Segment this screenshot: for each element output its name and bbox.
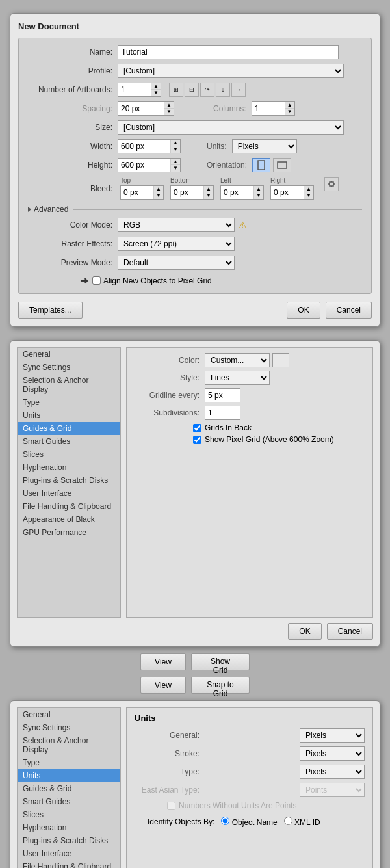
prefs-units-type[interactable]: Type [18,756,120,769]
prefs-units-selection[interactable]: Selection & Anchor Display [18,734,120,756]
preview-select[interactable]: Default [118,256,235,270]
cancel-button[interactable]: Cancel [326,302,372,319]
profile-select[interactable]: [Custom] [118,64,344,78]
artboards-input[interactable] [118,83,151,96]
templates-button[interactable]: Templates... [18,302,83,319]
layout-down-icon[interactable]: ↓ [216,83,230,97]
bleed-left-group: Left ▲ ▼ [220,177,264,200]
bleed-right-down[interactable]: ▼ [304,192,313,199]
units-general-select[interactable]: Pixels [300,728,365,743]
prefs-item-filehandling[interactable]: File Handling & Clipboard [18,500,120,513]
prefs-item-selection[interactable]: Selection & Anchor Display [18,374,120,396]
bleed-top-input[interactable] [121,186,153,199]
prefs-item-smart-guides[interactable]: Smart Guides [18,435,120,448]
advanced-toggle[interactable] [28,207,31,212]
layout-right-icon[interactable]: ↷ [200,83,214,97]
profile-label: Profile: [28,66,112,75]
prefs-item-slices[interactable]: Slices [18,448,120,461]
bleed-right-up[interactable]: ▲ [304,186,313,192]
prefs-item-type[interactable]: Type [18,396,120,409]
width-down[interactable]: ▼ [171,146,180,153]
layout-arrow-icon[interactable]: → [231,83,246,97]
bleed-bottom-input[interactable] [171,186,203,199]
identify-object-radio[interactable] [221,817,229,825]
layout-grid-icon[interactable]: ⊞ [169,83,183,97]
bleed-top-up[interactable]: ▲ [154,186,163,192]
spacing-down[interactable]: ▼ [164,109,174,115]
identify-object-name[interactable]: Object Name [221,817,277,827]
view-button-2[interactable]: View [140,677,186,694]
identify-xml-id[interactable]: XML ID [284,817,320,827]
spacing-input[interactable] [118,102,164,115]
prefs-units-hyphenation[interactable]: Hyphenation [18,821,120,834]
prefs-units-filehandling[interactable]: File Handling & Clipboard [18,860,120,868]
bleed-left-up[interactable]: ▲ [254,186,263,192]
prefs-item-appearance-black[interactable]: Appearance of Black [18,513,120,526]
prefs-units-slices[interactable]: Slices [18,808,120,821]
prefs-units-ui[interactable]: User Interface [18,847,120,860]
spacing-up[interactable]: ▲ [164,102,174,109]
bleed-bottom-down[interactable]: ▼ [204,192,213,199]
ok-button[interactable]: OK [287,302,320,319]
prefs-subdivisions-input[interactable] [205,406,240,420]
identify-radio-group: Object Name XML ID [221,817,320,827]
bleed-top-down[interactable]: ▼ [154,192,163,199]
landscape-button[interactable] [273,158,291,172]
columns-down[interactable]: ▼ [285,109,294,115]
color-swatch[interactable] [272,353,289,367]
artboards-down[interactable]: ▼ [151,90,161,96]
prefs-color-select[interactable]: Custom... [205,353,270,367]
height-input[interactable] [118,159,170,172]
prefs-units-smart[interactable]: Smart Guides [18,795,120,808]
bleed-link-button[interactable] [324,177,339,191]
artboards-up[interactable]: ▲ [151,83,161,90]
name-input[interactable] [118,45,339,59]
bleed-bottom-up[interactable]: ▲ [204,186,213,192]
width-input[interactable] [118,140,170,153]
prefs-item-plugins[interactable]: Plug-ins & Scratch Disks [18,474,120,487]
grids-in-back-checkbox[interactable] [193,424,202,432]
color-mode-select[interactable]: RGB [118,218,235,232]
show-pixel-grid-row: Show Pixel Grid (Above 600% Zoom) [193,435,365,444]
height-down[interactable]: ▼ [171,165,180,172]
height-up[interactable]: ▲ [171,159,180,165]
prefs-units-sync[interactable]: Sync Settings [18,721,120,734]
view-button-1[interactable]: View [140,653,186,670]
bleed-left-input[interactable] [221,186,254,199]
prefs-item-guides-grid[interactable]: Guides & Grid [18,422,120,435]
show-pixel-grid-checkbox[interactable] [193,436,202,444]
portrait-button[interactable] [252,158,270,172]
prefs-item-sync[interactable]: Sync Settings [18,361,120,374]
bleed-right-input[interactable] [271,186,304,199]
bleed-left-down[interactable]: ▼ [254,192,263,199]
prefs-units-units[interactable]: Units [18,769,120,782]
prefs-grid-cancel[interactable]: Cancel [327,623,373,640]
prefs-item-gpu[interactable]: GPU Performance [18,526,120,539]
units-stroke-select[interactable]: Pixels [300,746,365,761]
align-checkbox[interactable] [92,276,101,285]
size-select[interactable]: [Custom] [118,120,344,135]
prefs-style-select[interactable]: Lines [205,371,270,385]
units-select[interactable]: Pixels [232,139,297,153]
show-grid-button[interactable]: Show Grid [191,653,250,670]
layout-row-icon[interactable]: ⊟ [185,83,199,97]
prefs-item-hyphenation[interactable]: Hyphenation [18,461,120,474]
columns-input[interactable] [252,102,285,115]
raster-select[interactable]: Screen (72 ppi) [118,237,235,251]
prefs-units-guides[interactable]: Guides & Grid [18,782,120,795]
width-up[interactable]: ▲ [171,140,180,146]
bleed-left-label: Left [220,177,231,184]
units-general-label: General: [135,731,200,740]
snap-to-grid-button[interactable]: Snap to Grid [191,677,250,694]
prefs-item-general[interactable]: General [18,348,120,361]
prefs-item-units[interactable]: Units [18,409,120,422]
prefs-gridline-input[interactable] [205,388,240,402]
prefs-units-general[interactable]: General [18,708,120,721]
identify-xml-radio[interactable] [284,817,292,825]
prefs-item-ui[interactable]: User Interface [18,487,120,500]
bleed-top-arrows: ▲ ▼ [153,186,163,199]
prefs-units-plugins[interactable]: Plug-ins & Scratch Disks [18,834,120,847]
columns-up[interactable]: ▲ [285,102,294,109]
units-type-select[interactable]: Pixels [300,765,365,779]
prefs-grid-ok[interactable]: OK [288,623,321,640]
